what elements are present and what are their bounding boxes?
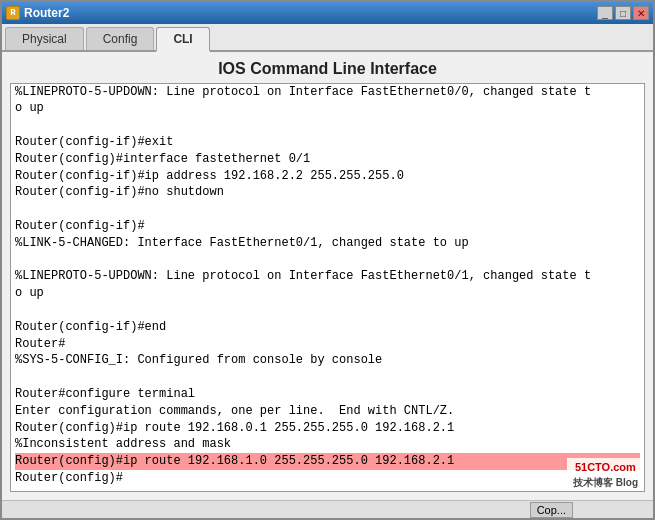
watermark-line2: 技术博客 bbox=[573, 477, 613, 488]
main-window: R Router2 _ □ ✕ Physical Config CLI IOS … bbox=[0, 0, 655, 520]
maximize-button[interactable]: □ bbox=[615, 6, 631, 20]
bottom-bar: Cop... bbox=[2, 500, 653, 518]
title-bar-left: R Router2 bbox=[6, 6, 69, 20]
watermark-line1: 51CTO.com bbox=[575, 461, 636, 473]
tab-bar: Physical Config CLI bbox=[2, 24, 653, 52]
tab-config[interactable]: Config bbox=[86, 27, 155, 50]
window-controls: _ □ ✕ bbox=[597, 6, 649, 20]
close-button[interactable]: ✕ bbox=[633, 6, 649, 20]
tab-physical[interactable]: Physical bbox=[5, 27, 84, 50]
tab-cli[interactable]: CLI bbox=[156, 27, 209, 52]
watermark-line3: Blog bbox=[616, 477, 638, 488]
window-icon: R bbox=[6, 6, 20, 20]
window-title: Router2 bbox=[24, 6, 69, 20]
watermark: 51CTO.com 技术博客 Blog bbox=[567, 458, 644, 491]
cli-container: %LINK-5-CHANGED: Interface FastEthernet0… bbox=[10, 83, 645, 492]
cli-output[interactable]: %LINK-5-CHANGED: Interface FastEthernet0… bbox=[11, 84, 644, 491]
minimize-button[interactable]: _ bbox=[597, 6, 613, 20]
copy-button[interactable]: Cop... bbox=[530, 502, 573, 518]
page-title: IOS Command Line Interface bbox=[2, 52, 653, 83]
title-bar: R Router2 _ □ ✕ bbox=[2, 2, 653, 24]
